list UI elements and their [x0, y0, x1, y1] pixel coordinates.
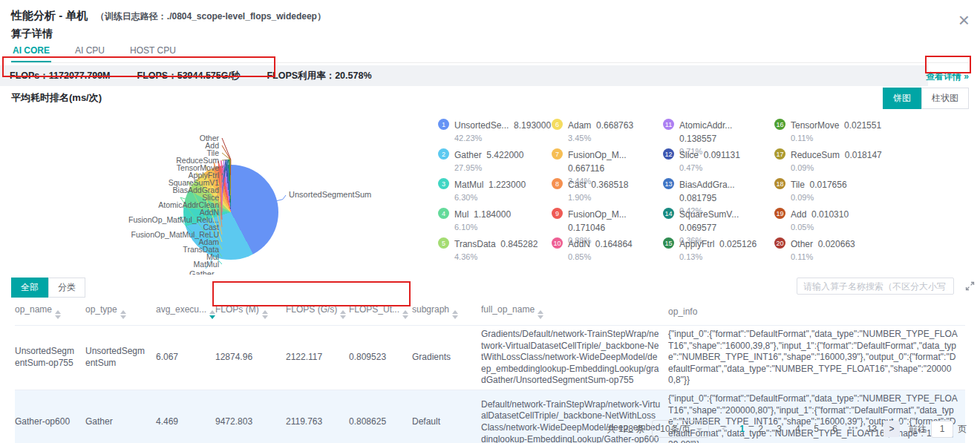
legend-rank-badge: 3 [438, 178, 449, 189]
prev-page-button[interactable]: < [716, 424, 733, 434]
operator-search-input[interactable] [797, 278, 954, 295]
legend-rank-badge: 20 [774, 237, 785, 249]
column-header-op_type[interactable]: op_type [85, 298, 156, 326]
sort-caret-icon[interactable] [55, 310, 61, 319]
goto-page-input[interactable] [931, 421, 953, 438]
filter-category-button[interactable]: 分类 [48, 278, 85, 298]
column-label: FLOPS_Ut... [349, 304, 399, 315]
legend-rank-badge: 12 [663, 148, 674, 160]
cell-subgraph: Default [412, 390, 481, 443]
chart-title: 平均耗时排名(ms/次) [11, 92, 102, 103]
legend-item[interactable]: 14SquareSumV... 0.0695770.36% [663, 207, 774, 237]
legend-item[interactable]: 7FusionOp_M... 0.6671163.44% [552, 148, 663, 177]
legend-item[interactable]: 1UnsortedSe... 8.19300042.23% [438, 118, 552, 148]
close-icon[interactable]: × [958, 10, 970, 30]
filter-all-button[interactable]: 全部 [11, 278, 48, 298]
legend-item[interactable]: 3MatMul 1.2230006.30% [438, 177, 552, 207]
legend-op-value: 0.368518 [591, 180, 628, 190]
chart-header: 平均耗时排名(ms/次) 饼图 柱状图 [11, 91, 969, 108]
legend-op-value: 0.017656 [810, 180, 847, 190]
page-number-2[interactable]: 2 [751, 424, 770, 434]
legend-item[interactable]: 16TensorMove 0.0215510.11% [774, 118, 945, 148]
legend-item[interactable]: 8Cast 0.3685181.90% [552, 177, 663, 207]
sort-caret-icon[interactable] [262, 310, 268, 319]
column-label: op_type [85, 304, 117, 315]
bar-chart-button[interactable]: 柱状图 [921, 88, 969, 109]
legend-rank-badge: 9 [552, 208, 563, 219]
legend-op-value: 1.184000 [474, 209, 511, 220]
legend-rank-badge: 2 [438, 148, 449, 160]
cell-flops_ut: 0.809523 [349, 326, 412, 390]
pie-chart[interactable]: OtherAddTileReduceSumTensorMoveApplyFtrl… [11, 108, 442, 275]
sort-caret-icon[interactable] [402, 310, 408, 319]
legend-op-name: UnsortedSe... [454, 120, 509, 131]
legend-item[interactable]: 4Mul 1.1840006.10% [438, 207, 552, 237]
column-label: op_name [15, 304, 52, 315]
column-label: FLOPs (M) [215, 304, 259, 315]
legend-item[interactable]: 10AddN 0.1648640.85% [552, 237, 663, 266]
legend-op-name: MatMul [454, 180, 483, 190]
page-number-1[interactable]: 1 [733, 424, 751, 434]
legend-item[interactable]: 17ReduceSum 0.0181470.09% [774, 148, 945, 177]
column-header-flops_m[interactable]: FLOPs (M) [215, 298, 286, 326]
sort-caret-icon[interactable] [538, 310, 543, 319]
more-pages-icon[interactable]: ••• [844, 424, 863, 434]
legend-item[interactable]: 6Adam 0.6687633.45% [552, 118, 663, 148]
tab-ai-cpu[interactable]: AI CPU [74, 41, 106, 62]
tab-ai-core[interactable]: AI CORE [11, 41, 51, 62]
page-number-13[interactable]: 13 [863, 424, 881, 434]
legend-item[interactable]: 9FusionOp_M... 0.1710460.88% [552, 207, 663, 237]
page-number-6[interactable]: 6 [826, 424, 844, 434]
flops-rate: FLOPS：53944.575G/秒 [137, 70, 241, 82]
column-header-full_op_name[interactable]: full_op_name [481, 298, 668, 326]
chart-area: OtherAddTileReduceSumTensorMoveApplyFtrl… [11, 108, 980, 275]
sort-caret-icon[interactable] [120, 310, 126, 319]
legend-op-name: Add [791, 209, 806, 220]
legend-item[interactable]: 20Other 0.0206630.11% [774, 237, 945, 266]
page-number-3[interactable]: 3 [770, 424, 788, 434]
pie-slice-label-right: UnsortedSegmentSum [289, 190, 371, 199]
legend-item[interactable]: 5TransData 0.8452824.36% [438, 237, 552, 266]
pie-chart-button[interactable]: 饼图 [883, 88, 921, 109]
next-page-button[interactable]: > [883, 421, 900, 437]
sort-caret-icon[interactable] [209, 310, 215, 319]
legend-item[interactable]: 19Add 0.0103100.05% [774, 207, 945, 237]
view-details-link[interactable]: 查看详情 » [926, 70, 969, 83]
training-log-path: （训练日志路径：./0804_scope-level_flops_widedee… [96, 11, 326, 22]
legend-op-name: TensorMove [791, 120, 839, 131]
pie-legend: 1UnsortedSe... 8.19300042.23%2Gather 5.4… [438, 118, 945, 266]
cell-op_type: UnsortedSegmentSum [85, 326, 156, 390]
column-header-subgraph[interactable]: subgraph [412, 298, 481, 326]
page-size-select[interactable]: 10条/页 [652, 420, 709, 438]
sort-caret-icon[interactable] [340, 310, 346, 319]
legend-rank-badge: 5 [438, 237, 449, 249]
legend-item[interactable]: 2Gather 5.42200027.95% [438, 148, 552, 177]
legend-op-name: Slice [679, 150, 699, 160]
legend-op-name: Gather [454, 150, 482, 160]
cell-op_name: UnsortedSegmentSum-op755 [15, 326, 85, 390]
legend-item[interactable]: 18Tile 0.0176560.09% [774, 177, 945, 207]
flops-utilization: FLOPS利用率：20.578% [267, 70, 371, 82]
column-header-op_name[interactable]: op_name [15, 298, 85, 326]
legend-item[interactable]: 12Slice 0.0911310.47% [663, 148, 774, 177]
legend-rank-badge: 17 [774, 148, 785, 160]
page-number-5[interactable]: 5 [807, 424, 826, 434]
sort-caret-icon[interactable] [452, 310, 458, 319]
tab-host-cpu[interactable]: HOST CPU [128, 41, 177, 62]
column-header-flops_gs[interactable]: FLOPS (G/s) [286, 298, 349, 326]
legend-op-percent: 0.09% [791, 193, 847, 202]
page-number-4[interactable]: 4 [788, 424, 807, 434]
legend-item[interactable]: 11AtomicAddr... 0.1385570.71% [663, 118, 774, 148]
legend-item[interactable]: 13BiasAddGra... 0.0817950.42% [663, 177, 774, 207]
legend-op-percent: 0.09% [791, 163, 882, 172]
legend-op-value: 0.091131 [704, 150, 740, 160]
column-header-avg_execution_time[interactable]: avg_execu... [156, 298, 215, 326]
legend-op-name: ApplyFtrl [679, 239, 714, 249]
column-header-flops_ut[interactable]: FLOPS_Ut... [349, 298, 412, 326]
legend-item[interactable]: 15ApplyFtrl 0.0251260.13% [663, 237, 774, 266]
column-label: avg_execu... [156, 304, 206, 315]
legend-op-name: Mul [454, 209, 468, 220]
legend-op-value: 0.018147 [845, 150, 882, 160]
cell-op_type: Gather [85, 390, 156, 443]
fullscreen-icon[interactable] [964, 280, 976, 295]
